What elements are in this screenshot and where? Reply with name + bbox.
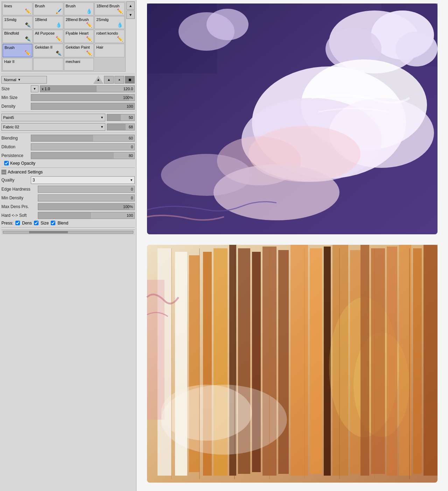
keep-opacity-row: Keep Opacity	[1, 161, 135, 166]
blending-row: Blending 60	[1, 135, 135, 142]
brush-grid-wrapper: lines ✏️ Brush 🖌️ Brush 💧 1Blend Brush ✏…	[1, 1, 135, 72]
density-slider[interactable]: 100	[31, 103, 135, 110]
min-size-row: Min Size 100%	[1, 94, 135, 101]
brush-item-empty	[33, 58, 63, 71]
scroll-track[interactable]	[3, 231, 133, 234]
bottom-scroll[interactable]	[1, 229, 135, 235]
brush-scroll-down[interactable]: ▼	[126, 10, 135, 19]
hard-soft-row: Hard <-> Soft 100	[1, 212, 135, 219]
brush-item-2smdg[interactable]: 2Smdg 💧	[94, 16, 125, 29]
paint5-dropdown[interactable]: Paint5 ▼	[1, 114, 105, 121]
blend-mode-dropdown[interactable]: Normal ▼	[1, 76, 47, 84]
quality-dropdown-arrow: ▼	[130, 178, 133, 182]
brush-item-mechani[interactable]: mechani	[64, 58, 94, 71]
svg-point-8	[396, 31, 438, 66]
svg-rect-32	[310, 248, 322, 474]
svg-rect-39	[360, 245, 369, 476]
brush-settings-panel: lines ✏️ Brush 🖌️ Brush 💧 1Blend Brush ✏…	[0, 0, 136, 491]
brush-item-hair[interactable]: Hair	[94, 44, 125, 57]
blend-mode-row: Normal ▼ ▲ ▲ ▲ ◼	[1, 76, 135, 84]
svg-rect-31	[290, 245, 308, 476]
shape-buttons: ▲ ▲ ▲ ◼	[93, 76, 135, 84]
min-density-row: Min Density 0	[1, 194, 135, 201]
svg-point-18	[161, 154, 252, 196]
size-dropdown-btn[interactable]: ▼	[31, 85, 38, 92]
keep-opacity-checkbox[interactable]	[4, 161, 9, 165]
svg-rect-41	[387, 247, 397, 476]
press-blend-label: Blend	[57, 221, 68, 226]
collapse-btn[interactable]: —	[1, 170, 6, 175]
painting-artwork	[136, 0, 448, 491]
press-dens-checkbox[interactable]	[15, 221, 20, 225]
divider-5	[1, 227, 135, 228]
brush-item-robert-kondo[interactable]: robert kondo ✏️	[94, 30, 125, 43]
size-slider[interactable]: x 1.0 120.0	[40, 85, 135, 92]
persistence-slider[interactable]: 80	[31, 152, 135, 159]
min-density-slider[interactable]: 0	[38, 194, 135, 201]
press-size-checkbox[interactable]	[34, 221, 38, 225]
fabric02-row: Fabric 02 ▼ 68	[1, 123, 135, 131]
dilution-row: Dilution 0	[1, 143, 135, 150]
press-dens-label: Dens	[22, 221, 32, 226]
paint5-row: Paint5 ▼ 50	[1, 114, 135, 121]
hard-soft-slider[interactable]: 100	[38, 212, 135, 219]
fabric02-dropdown[interactable]: Fabric 02 ▼	[1, 123, 105, 131]
brush-item-1blend-brush[interactable]: 1Blend Brush ✏️	[94, 2, 125, 15]
advanced-settings-label: Advanced Settings	[8, 170, 43, 175]
brush-item-1blend[interactable]: 1Blend 💧	[33, 16, 63, 29]
svg-rect-30	[278, 250, 289, 474]
canvas-area[interactable]	[136, 0, 448, 491]
brush-item-blindfold[interactable]: Blindfold ✒️	[2, 30, 33, 43]
brush-item-2blend-brush[interactable]: 2Blend Brush ✏️	[64, 16, 94, 29]
press-size-label: Size	[41, 221, 49, 226]
brush-item-gekidan-paint[interactable]: Gekidan Paint ✏️	[64, 44, 94, 57]
dilution-slider[interactable]: 0	[31, 143, 135, 150]
edge-hardness-slider[interactable]: 0	[38, 186, 135, 193]
divider-4	[1, 168, 135, 168]
svg-rect-40	[371, 248, 385, 474]
brush-item-flyable-heart[interactable]: Flyable Heart ✏️	[64, 30, 94, 43]
brush-item-lines[interactable]: lines ✏️	[2, 2, 33, 15]
persistence-row: Persistence 80	[1, 152, 135, 159]
press-blend-checkbox[interactable]	[51, 221, 55, 225]
press-label: Press:	[1, 221, 13, 226]
edge-hardness-row: Edge Hardness 0	[1, 186, 135, 193]
advanced-settings-header[interactable]: — Advanced Settings	[1, 170, 135, 175]
max-dens-prs-row: Max Dens Prs. 100%	[1, 203, 135, 210]
shape-btn-2[interactable]: ▲	[104, 76, 114, 84]
press-row: Press: Dens Size Blend	[1, 221, 135, 226]
svg-point-46	[161, 385, 252, 441]
svg-rect-44	[424, 245, 438, 476]
brush-grid: lines ✏️ Brush 🖌️ Brush 💧 1Blend Brush ✏…	[1, 1, 126, 72]
svg-rect-43	[413, 248, 422, 474]
divider-2	[1, 112, 135, 112]
brush-scroll-buttons: ▲ ▼	[126, 1, 135, 72]
brush-item-1smdg[interactable]: 1Smdg ✒️	[2, 16, 33, 29]
brush-scroll-up[interactable]: ▲	[126, 1, 135, 10]
min-size-slider[interactable]: 100%	[31, 94, 135, 101]
brush-item-brush-selected[interactable]: Brush ✏️	[2, 44, 33, 57]
brush-item-hair-ii[interactable]: Hair II	[2, 58, 33, 71]
quality-input[interactable]: 3 ▼	[31, 176, 135, 184]
divider-3	[1, 133, 135, 133]
size-row: Size ▼ x 1.0 120.0	[1, 85, 135, 92]
svg-rect-36	[147, 280, 164, 420]
quality-row: Quailty 3 ▼	[1, 176, 135, 184]
max-dens-prs-slider[interactable]: 100%	[38, 203, 135, 210]
scroll-thumb	[29, 231, 68, 233]
shape-btn-3[interactable]: ▲	[114, 76, 124, 84]
density-row: Density 100	[1, 103, 135, 110]
brush-item-brush1[interactable]: Brush 🖌️	[33, 2, 63, 15]
brush-item-gekidan-ii[interactable]: Gekidan II ✒️	[33, 44, 63, 57]
divider-1	[1, 74, 135, 74]
blending-slider[interactable]: 60	[31, 135, 135, 142]
shape-btn-1[interactable]: ▲	[93, 76, 103, 84]
svg-point-10	[206, 9, 248, 40]
fabric02-slider[interactable]: 68	[107, 123, 135, 130]
shape-btn-4[interactable]: ◼	[125, 76, 135, 84]
brush-item-all-purpose[interactable]: All Purpose ✏️	[33, 30, 63, 43]
paint5-slider[interactable]: 50	[107, 114, 135, 121]
brush-item-brush2[interactable]: Brush 💧	[64, 2, 94, 15]
blend-mode-arrow: ▼	[18, 78, 21, 81]
